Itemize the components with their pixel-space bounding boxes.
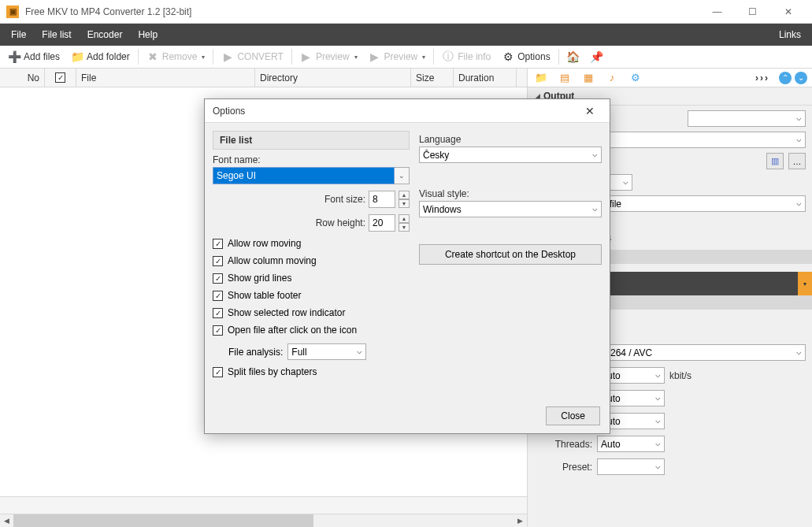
chk-row-indicator[interactable]: ✓ <box>213 308 223 318</box>
horizontal-scrollbar[interactable]: ◀ ▶ <box>0 514 527 527</box>
settings-dropdown[interactable]: ▾ <box>798 272 812 295</box>
chk-col-moving[interactable]: ✓ <box>213 256 223 266</box>
row-height-up[interactable]: ▲ <box>399 214 410 223</box>
menubar: File File list Encoder Help Links <box>0 24 812 46</box>
preview1-label: Preview <box>316 51 350 62</box>
row-height-input[interactable] <box>369 214 395 232</box>
menu-encoder[interactable]: Encoder <box>80 24 131 46</box>
menu-links[interactable]: Links <box>771 24 809 46</box>
language-label: Language <box>419 134 602 145</box>
convert-label: CONVERT <box>237 51 283 62</box>
tab-document[interactable]: ▤ <box>554 70 575 86</box>
remove-icon: ✖ <box>146 50 159 63</box>
scroll-left-button[interactable]: ◀ <box>0 514 13 527</box>
dest-select[interactable] <box>688 110 806 127</box>
pin-button[interactable]: 📌 <box>586 48 608 65</box>
file-analysis-label: File analysis: <box>228 347 283 358</box>
add-files-label: Add files <box>24 51 60 62</box>
font-size-input[interactable] <box>369 191 395 208</box>
create-shortcut-button[interactable]: Create shortcut on the Desktop <box>419 244 602 265</box>
bitrate-unit: kbit/s <box>669 370 691 381</box>
col-checkbox[interactable]: ✓ <box>45 69 76 87</box>
remove-label: Remove <box>162 51 198 62</box>
chk-grid-lines[interactable]: ✓ <box>213 273 223 284</box>
file-list-group-header: File list <box>213 131 410 150</box>
plus-icon: ➕ <box>8 50 20 63</box>
menu-file-list[interactable]: File list <box>34 24 79 46</box>
menu-file[interactable]: File <box>3 24 34 46</box>
file-info-label: File info <box>458 51 491 62</box>
close-button[interactable]: ✕ <box>770 0 806 24</box>
home-icon: 🏠 <box>567 50 580 63</box>
panel-tabs: 📁 ▤ ▦ ♪ ⚙ ››› ⌃ ⌄ <box>528 69 812 87</box>
convert-button[interactable]: ▶CONVERT <box>217 48 287 65</box>
col-no[interactable]: No <box>0 69 45 87</box>
font-size-up[interactable]: ▲ <box>399 191 410 199</box>
preset-select[interactable] <box>597 458 665 475</box>
add-folder-button[interactable]: 📁Add folder <box>66 48 135 65</box>
chk-row-moving[interactable]: ✓ <box>213 239 223 249</box>
codec-select[interactable]: H.264 / AVC <box>597 344 806 361</box>
preview1-button[interactable]: ▶Preview▾ <box>295 48 362 65</box>
header-checkbox[interactable]: ✓ <box>55 72 65 83</box>
scroll-right-button[interactable]: ▶ <box>514 514 527 527</box>
preview2-button[interactable]: ▶Preview▾ <box>364 48 431 65</box>
play-icon: ▶ <box>369 50 381 63</box>
font-size-down[interactable]: ▼ <box>399 199 410 208</box>
font-name-dropdown[interactable]: ⌄ <box>395 167 410 184</box>
chk-table-footer[interactable]: ✓ <box>213 291 223 301</box>
col-file[interactable]: File <box>76 69 255 87</box>
scroll-thumb[interactable] <box>13 514 313 527</box>
add-files-button[interactable]: ➕Add files <box>3 48 65 65</box>
chk-row-moving-label: Allow row moving <box>228 238 301 249</box>
tab-settings[interactable]: ⚙ <box>625 70 646 86</box>
folder-plus-icon: 📁 <box>71 50 83 63</box>
grid-footer <box>0 496 527 514</box>
scroll-down-button[interactable]: ⌄ <box>795 72 807 84</box>
chk-open-file[interactable]: ✓ <box>213 325 223 336</box>
col-directory[interactable]: Directory <box>255 69 411 87</box>
chk-table-footer-label: Show table footer <box>228 290 301 301</box>
font-size-label: Font size: <box>324 194 365 205</box>
expand-tabs[interactable]: ››› <box>749 72 776 84</box>
preview2-label: Preview <box>384 51 418 62</box>
tab-audio[interactable]: ♪ <box>602 70 622 86</box>
visual-style-select[interactable]: Windows <box>419 201 602 217</box>
col-size[interactable]: Size <box>411 69 454 87</box>
col-duration[interactable]: Duration <box>454 69 517 87</box>
tab-video[interactable]: ▦ <box>578 70 599 86</box>
remove-button[interactable]: ✖Remove▾ <box>142 48 210 65</box>
dialog-close-button[interactable]: ✕ <box>578 105 602 117</box>
file-info-button[interactable]: ⓘFile info <box>437 48 495 65</box>
edit-path-button[interactable]: ▥ <box>766 153 784 169</box>
visual-style-label: Visual style: <box>419 188 602 199</box>
chk-open-file-label: Open file after click on the icon <box>228 325 357 336</box>
play-circle-icon: ▶ <box>221 50 234 63</box>
font-name-input[interactable] <box>213 167 395 184</box>
chevron-down-icon: ▾ <box>202 54 205 61</box>
info-icon: ⓘ <box>442 50 454 63</box>
chevron-down-icon: ▾ <box>354 54 358 61</box>
browse-button[interactable]: … <box>788 153 806 169</box>
row-height-down[interactable]: ▼ <box>399 223 410 232</box>
chk-split[interactable]: ✓ <box>213 367 223 377</box>
language-select[interactable]: Česky <box>419 147 602 163</box>
grid-header: No ✓ File Directory Size Duration <box>0 69 527 87</box>
pin-icon: 📌 <box>591 50 603 63</box>
window-title: Free MKV to MP4 Converter 1.2 [32-bit] <box>25 6 191 17</box>
titlebar: ▣ Free MKV to MP4 Converter 1.2 [32-bit]… <box>0 0 812 24</box>
file-analysis-select[interactable]: Full <box>287 343 366 360</box>
tab-folder[interactable]: 📁 <box>531 70 551 86</box>
menu-help[interactable]: Help <box>130 24 165 46</box>
chk-col-moving-label: Allow column moving <box>228 255 317 266</box>
scroll-up-button[interactable]: ⌃ <box>779 72 792 84</box>
options-button[interactable]: ⚙Options <box>497 48 554 65</box>
toolbar: ➕Add files 📁Add folder ✖Remove▾ ▶CONVERT… <box>0 46 812 69</box>
maximize-button[interactable]: ☐ <box>735 0 770 24</box>
minimize-button[interactable]: — <box>699 0 735 24</box>
close-button[interactable]: Close <box>546 406 600 425</box>
home-button[interactable]: 🏠 <box>562 48 584 65</box>
dialog-titlebar: Options ✕ <box>205 99 610 123</box>
app-icon: ▣ <box>6 6 19 18</box>
threads-select[interactable]: Auto <box>597 436 665 452</box>
